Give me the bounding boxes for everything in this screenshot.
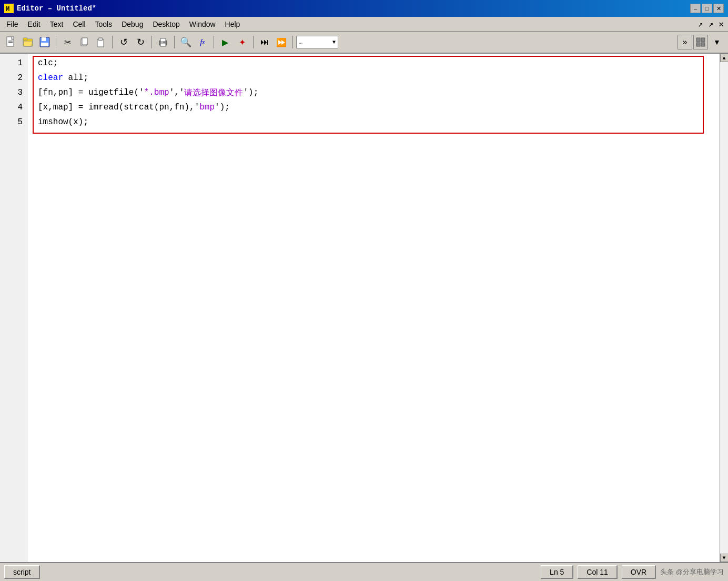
separator-1: [56, 36, 56, 48]
step-button[interactable]: ⏭: [257, 35, 272, 49]
undo-button[interactable]: ↺: [116, 35, 132, 49]
toolbar-options-button[interactable]: ▼: [709, 35, 725, 49]
code-token: ');: [243, 88, 258, 97]
code-area[interactable]: clc; clear all; [fn,pn] = uigetfile(' *.…: [27, 54, 720, 562]
scroll-up-button[interactable]: ▲: [720, 54, 729, 62]
breakpoint-button[interactable]: ✦: [234, 35, 250, 49]
separator-2: [112, 36, 113, 48]
run-button[interactable]: ▶: [217, 35, 233, 49]
open-file-button[interactable]: [20, 35, 36, 49]
menu-debug[interactable]: Debug: [117, 19, 147, 29]
status-ovr: OVR: [622, 565, 656, 579]
line-num-4: 4: [0, 100, 27, 115]
maximize-button[interactable]: □: [702, 4, 712, 13]
menu-file[interactable]: File: [2, 19, 23, 29]
copy-button[interactable]: [76, 35, 92, 49]
svg-rect-21: [701, 43, 705, 46]
toolbar: ✂ ↺ ↻ 🔍 fx ▶ ✦ ⏭ ⏩ … ▼ »: [0, 32, 728, 54]
status-ln: Ln 5: [541, 565, 573, 579]
status-mode-text: script: [13, 568, 31, 576]
grid-button[interactable]: [693, 35, 708, 49]
code-line-2: clear all;: [38, 71, 720, 85]
menu-edit[interactable]: Edit: [24, 19, 45, 29]
status-col: Col 11: [578, 565, 617, 579]
code-token: imshow(x);: [38, 117, 88, 127]
code-line-3: [fn,pn] = uigetfile(' *.bmp ',' 请选择图像文件 …: [38, 85, 720, 100]
line-numbers: 1 2 3 4 5: [0, 54, 27, 562]
code-token: ',': [169, 88, 185, 97]
status-mode: script: [4, 565, 40, 579]
separator-5: [214, 36, 214, 48]
line-num-2: 2: [0, 71, 27, 85]
menu-help[interactable]: Help: [221, 19, 245, 29]
toolbar-dropdown[interactable]: … ▼: [296, 36, 338, 48]
scroll-down-button[interactable]: ▼: [720, 554, 729, 562]
col-label: Col: [587, 568, 598, 576]
menu-desktop[interactable]: Desktop: [148, 19, 184, 29]
save-button[interactable]: [37, 35, 53, 49]
code-token: clc;: [38, 58, 58, 68]
app-icon: M: [4, 4, 14, 13]
editor-container: 1 2 3 4 5 clc; clear all; [fn,pn] = uige…: [0, 54, 728, 562]
close-editor-icon[interactable]: ✕: [716, 19, 726, 29]
svg-rect-6: [23, 38, 27, 40]
new-file-button[interactable]: [3, 35, 19, 49]
svg-rect-9: [41, 43, 48, 46]
redo-button[interactable]: ↻: [133, 35, 148, 49]
right-scrollbar[interactable]: ▲ ▼: [720, 54, 728, 562]
svg-rect-13: [98, 38, 103, 41]
menu-tools[interactable]: Tools: [91, 19, 117, 29]
code-token-clear: clear: [38, 73, 63, 83]
col-value: 11: [600, 568, 608, 576]
svg-rect-11: [82, 38, 87, 45]
title-bar-left: M Editor – Untitled*: [4, 4, 96, 13]
svg-rect-17: [161, 42, 163, 43]
line-num-5: 5: [0, 115, 27, 129]
title-bar: M Editor – Untitled* – □ ✕: [0, 0, 728, 17]
paste-button[interactable]: [93, 35, 109, 49]
watermark: 头条 @分享电脑学习: [660, 567, 724, 577]
menu-window[interactable]: Window: [185, 19, 220, 29]
dropdown-arrow-icon: ▼: [332, 39, 336, 45]
title-bar-controls: – □ ✕: [690, 4, 724, 13]
menu-text[interactable]: Text: [46, 19, 68, 29]
ln-value: 5: [560, 568, 564, 576]
code-line-5: imshow(x);: [38, 115, 720, 129]
stepover-button[interactable]: ⏩: [274, 35, 289, 49]
line-num-3: 3: [0, 85, 27, 100]
dropdown-value: …: [299, 38, 302, 46]
separator-7: [292, 36, 293, 48]
svg-rect-16: [160, 43, 166, 46]
code-token: ');: [215, 103, 230, 112]
code-token: [fn,pn] = uigetfile(': [38, 88, 144, 97]
close-button[interactable]: ✕: [713, 4, 724, 13]
minimize-button[interactable]: –: [690, 4, 701, 13]
svg-text:M: M: [6, 6, 9, 13]
svg-rect-18: [696, 38, 700, 42]
cut-button[interactable]: ✂: [59, 35, 75, 49]
editor-main: 1 2 3 4 5 clc; clear all; [fn,pn] = uige…: [0, 54, 728, 562]
ovr-text: OVR: [631, 568, 646, 576]
ln-label: Ln: [550, 568, 558, 576]
code-line-4: [x,map] = imread(strcat(pn,fn),' bmp ');: [38, 100, 720, 115]
code-token: [x,map] = imread(strcat(pn,fn),': [38, 103, 199, 112]
fx-button[interactable]: fx: [195, 35, 210, 49]
svg-rect-19: [701, 38, 705, 42]
extend-toolbar-button[interactable]: »: [678, 35, 692, 49]
code-token-chinese: 请选择图像文件: [184, 87, 243, 98]
svg-rect-8: [42, 37, 46, 41]
svg-rect-20: [696, 43, 700, 46]
separator-3: [151, 36, 152, 48]
code-token-bmp: *.bmp: [144, 88, 169, 97]
window-title: Editor – Untitled*: [17, 4, 96, 13]
code-token-bmp2: bmp: [199, 103, 215, 112]
separator-6: [253, 36, 254, 48]
menu-cell[interactable]: Cell: [68, 19, 89, 29]
undock-icon[interactable]: ↗: [696, 19, 705, 29]
print-button[interactable]: [155, 35, 171, 49]
resize-icon[interactable]: ↗: [706, 19, 716, 29]
scroll-track: [720, 62, 728, 554]
find-button[interactable]: 🔍: [178, 35, 194, 49]
status-right: Ln 5 Col 11 OVR 头条 @分享电脑学习: [541, 565, 724, 579]
status-bar: script Ln 5 Col 11 OVR 头条 @分享电脑学习: [0, 562, 728, 581]
